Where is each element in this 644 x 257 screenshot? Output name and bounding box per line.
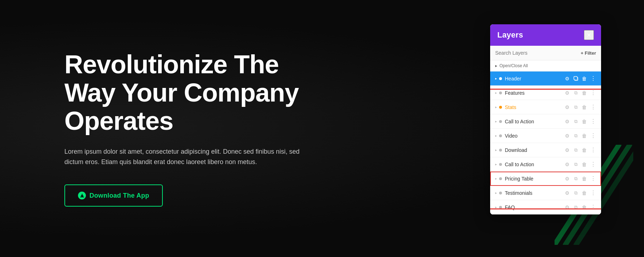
- layer-item-video[interactable]: ▸ Video ⚙ ⧉ 🗑 ⋮: [490, 129, 601, 143]
- delete-icon[interactable]: 🗑: [581, 104, 587, 110]
- cta-label: Download The App: [89, 192, 149, 199]
- main-content: Revolutionize The Way Your Company Opera…: [0, 0, 358, 257]
- layer-dot: [499, 77, 502, 80]
- download-cta-button[interactable]: Download The App: [64, 184, 163, 207]
- duplicate-icon[interactable]: ⧉: [572, 190, 579, 196]
- delete-icon[interactable]: 🗑: [581, 133, 587, 139]
- layers-search-row: + Filter: [490, 46, 601, 60]
- duplicate-icon[interactable]: ⧉: [572, 176, 579, 182]
- layer-name: Header: [505, 76, 564, 81]
- layers-search-input[interactable]: [495, 50, 578, 56]
- layer-actions: ⚙ ⧉ 🗑 ⋮: [564, 104, 596, 110]
- layer-actions: ⚙ ⧉ 🗑 ⋮: [564, 132, 596, 139]
- layer-dot: [499, 92, 502, 94]
- more-icon[interactable]: ⋮: [590, 104, 596, 110]
- expand-icon: ▸: [495, 162, 497, 166]
- more-icon[interactable]: ⋮: [590, 161, 596, 168]
- layer-name: FAQ: [505, 204, 564, 210]
- layer-name: Download: [505, 147, 564, 153]
- layers-panel-header: Layers ×: [490, 24, 601, 46]
- layer-actions: ⚙ 🗑 ⋮: [564, 75, 596, 82]
- layer-actions: ⚙ ⧉ 🗑 ⋮: [564, 189, 596, 196]
- layer-item-download[interactable]: ▸ Download ⚙ ⧉ 🗑 ⋮: [490, 143, 601, 157]
- duplicate-icon[interactable]: ⧉: [572, 161, 579, 168]
- layers-list: ▸ Header ⚙ 🗑 ⋮ ▸ Features: [490, 71, 601, 214]
- layer-item-cta2[interactable]: ▸ Call to Action ⚙ ⧉ 🗑 ⋮: [490, 157, 601, 172]
- open-close-all[interactable]: ▸ Open/Close All: [490, 60, 601, 71]
- layer-item-faq[interactable]: ▸ FAQ ⚙ ⧉ 🗑 ⋮: [490, 200, 601, 214]
- more-icon[interactable]: ⋮: [590, 147, 596, 153]
- settings-icon[interactable]: ⚙: [564, 190, 570, 196]
- open-close-label: Open/Close All: [499, 63, 528, 68]
- settings-icon[interactable]: ⚙: [564, 133, 570, 139]
- layer-item-features[interactable]: ▸ Features ⚙ ⧉ 🗑 ⋮: [490, 86, 601, 100]
- filter-label: + Filter: [581, 50, 596, 56]
- duplicate-icon[interactable]: ⧉: [572, 104, 579, 110]
- layer-name: Stats: [505, 104, 564, 110]
- settings-icon[interactable]: ⚙: [564, 204, 570, 211]
- layer-item-cta1[interactable]: ▸ Call to Action ⚙ ⧉ 🗑 ⋮: [490, 114, 601, 129]
- layer-item-testimonials[interactable]: ▸ Testimonials ⚙ ⧉ 🗑 ⋮: [490, 186, 601, 200]
- layer-name: Call to Action: [505, 162, 564, 167]
- expand-icon: ▸: [495, 119, 497, 123]
- duplicate-icon[interactable]: ⧉: [572, 118, 579, 125]
- expand-icon: ▸: [495, 105, 497, 109]
- layer-item-stats[interactable]: ▸ Stats ⚙ ⧉ 🗑 ⋮: [490, 100, 601, 114]
- layers-close-button[interactable]: ×: [584, 30, 594, 40]
- expand-icon: ▸: [495, 63, 497, 68]
- subtext: Lorem ipsum dolor sit amet, consectetur …: [64, 147, 308, 167]
- delete-icon[interactable]: 🗑: [581, 147, 587, 153]
- expand-icon: ▸: [495, 91, 497, 95]
- duplicate-icon[interactable]: [572, 75, 579, 82]
- duplicate-icon[interactable]: ⧉: [572, 90, 579, 96]
- layer-name: Video: [505, 133, 564, 139]
- delete-icon[interactable]: 🗑: [581, 118, 587, 125]
- layer-dot: [499, 120, 502, 123]
- delete-icon[interactable]: 🗑: [581, 75, 587, 82]
- layer-name: Pricing Table: [505, 176, 564, 182]
- duplicate-icon[interactable]: ⧉: [572, 133, 579, 139]
- settings-icon[interactable]: ⚙: [564, 176, 570, 182]
- delete-icon[interactable]: 🗑: [581, 90, 587, 96]
- expand-icon: ▸: [495, 76, 497, 80]
- settings-icon[interactable]: ⚙: [564, 75, 570, 82]
- expand-icon: ▸: [495, 177, 497, 181]
- filter-button[interactable]: + Filter: [581, 50, 596, 56]
- more-icon[interactable]: ⋮: [590, 89, 596, 96]
- layer-name: Testimonials: [505, 190, 564, 196]
- delete-icon[interactable]: 🗑: [581, 176, 587, 182]
- layer-actions: ⚙ ⧉ 🗑 ⋮: [564, 204, 596, 211]
- layers-panel: Layers × + Filter ▸ Open/Close All ▸: [490, 24, 601, 214]
- more-icon[interactable]: ⋮: [590, 75, 596, 82]
- settings-icon[interactable]: ⚙: [564, 161, 570, 168]
- settings-icon[interactable]: ⚙: [564, 90, 570, 96]
- settings-icon[interactable]: ⚙: [564, 147, 570, 153]
- duplicate-icon[interactable]: ⧉: [572, 147, 579, 153]
- more-icon[interactable]: ⋮: [590, 204, 596, 211]
- layer-item-header[interactable]: ▸ Header ⚙ 🗑 ⋮: [490, 71, 601, 86]
- layer-dot: [499, 149, 502, 152]
- more-icon[interactable]: ⋮: [590, 132, 596, 139]
- more-icon[interactable]: ⋮: [590, 175, 596, 182]
- delete-icon[interactable]: 🗑: [581, 204, 587, 211]
- settings-icon[interactable]: ⚙: [564, 118, 570, 125]
- more-icon[interactable]: ⋮: [590, 118, 596, 125]
- expand-icon: ▸: [495, 134, 497, 138]
- layer-dot: [499, 163, 502, 166]
- duplicate-icon[interactable]: ⧉: [572, 204, 579, 211]
- layer-item-pricing-table[interactable]: ▸ Pricing Table ⚙ ⧉ 🗑 ⋮: [490, 172, 601, 186]
- delete-icon[interactable]: 🗑: [581, 161, 587, 168]
- expand-icon: ▸: [495, 191, 497, 195]
- layer-dot: [499, 134, 502, 137]
- download-circle-icon: [78, 192, 86, 199]
- layer-dot: [499, 106, 502, 109]
- expand-icon: ▸: [495, 205, 497, 209]
- layer-actions: ⚙ ⧉ 🗑 ⋮: [564, 161, 596, 168]
- layer-actions: ⚙ ⧉ 🗑 ⋮: [564, 175, 596, 182]
- layer-dot: [499, 177, 502, 180]
- layers-panel-title: Layers: [497, 30, 523, 40]
- delete-icon[interactable]: 🗑: [581, 190, 587, 196]
- expand-icon: ▸: [495, 148, 497, 152]
- more-icon[interactable]: ⋮: [590, 189, 596, 196]
- settings-icon[interactable]: ⚙: [564, 104, 570, 110]
